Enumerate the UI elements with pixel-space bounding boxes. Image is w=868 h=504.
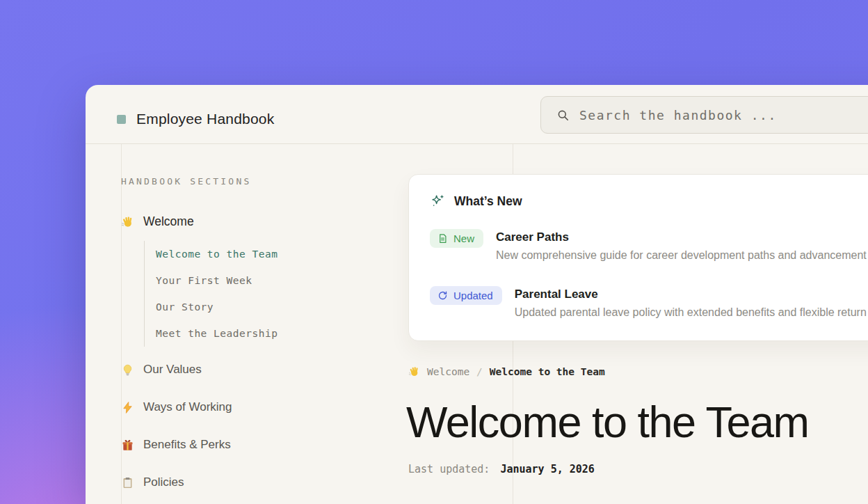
document-icon [437, 233, 448, 244]
breadcrumb-separator: / [476, 366, 483, 377]
whats-new-item-description: Updated parental leave policy with exten… [515, 306, 867, 319]
whats-new-title: What’s New [454, 194, 522, 209]
whats-new-item-career-paths[interactable]: New Career Paths New comprehensive guide… [430, 229, 867, 262]
sidebar-subitem-meet-the-leadership[interactable]: Meet the Leadership [156, 320, 278, 347]
app-title: Employee Handbook [136, 111, 274, 127]
wave-icon [121, 215, 134, 228]
sidebar-item-label: Our Values [143, 363, 202, 377]
logo-mark-icon [117, 115, 126, 124]
breadcrumb-current[interactable]: Welcome to the Team [490, 366, 605, 377]
whats-new-panel: What’s New New Career Paths New comprehe… [408, 174, 868, 341]
breadcrumb-section[interactable]: Welcome [427, 366, 469, 377]
badge-label: Updated [453, 290, 493, 301]
search-input[interactable] [579, 108, 868, 123]
sidebar-item-our-values[interactable]: Our Values [121, 363, 202, 377]
sidebar-item-label: Welcome [143, 214, 194, 229]
wave-icon [408, 365, 420, 377]
sidebar-item-benefits-perks[interactable]: Benefits & Perks [121, 438, 231, 452]
search-icon [556, 109, 570, 122]
sidebar-item-label: Policies [143, 475, 184, 489]
whats-new-item-title: Parental Leave [515, 286, 867, 303]
purple-backdrop: Employee Handbook HANDBOOK SECTIONS [0, 0, 868, 504]
sidebar-item-welcome[interactable]: Welcome [121, 214, 194, 229]
new-badge: New [430, 229, 483, 248]
sidebar-subitem-your-first-week[interactable]: Your First Week [156, 267, 278, 294]
updated-badge: Updated [430, 286, 502, 305]
sidebar-item-policies[interactable]: Policies [121, 475, 184, 489]
zap-icon [121, 401, 134, 414]
whats-new-item-title: Career Paths [496, 229, 867, 246]
app-header: Employee Handbook [86, 85, 868, 144]
app-brand: Employee Handbook [117, 108, 274, 130]
whats-new-item-parental-leave[interactable]: Updated Parental Leave Updated parental … [430, 286, 867, 319]
sidebar-subitem-our-story[interactable]: Our Story [156, 294, 278, 320]
sidebar-item-ways-of-working[interactable]: Ways of Working [121, 400, 232, 414]
gift-icon [121, 439, 134, 452]
sidebar-subitem-welcome-to-the-team[interactable]: Welcome to the Team [156, 241, 278, 267]
bulb-icon [121, 363, 134, 377]
search-box[interactable] [540, 96, 868, 134]
sidebar-item-label: Benefits & Perks [143, 438, 231, 452]
breadcrumb: Welcome / Welcome to the Team [408, 365, 605, 377]
badge-label: New [453, 233, 474, 244]
page-title: Welcome to the Team [406, 397, 808, 447]
last-updated-label: Last updated: [408, 463, 490, 475]
whats-new-header: What’s New [430, 194, 522, 209]
sidebar-subnav: Welcome to the Team Your First Week Our … [144, 241, 278, 347]
last-updated: Last updated: January 5, 2026 [408, 463, 595, 475]
refresh-icon [437, 290, 448, 301]
sidebar-item-label: Ways of Working [143, 400, 232, 414]
whats-new-item-description: New comprehensive guide for career devel… [496, 249, 867, 262]
handbook-window: Employee Handbook HANDBOOK SECTIONS [86, 85, 868, 504]
sparkles-icon [430, 194, 445, 209]
last-updated-value: January 5, 2026 [500, 463, 594, 475]
clipboard-icon [121, 476, 134, 489]
sidebar-section-label: HANDBOOK SECTIONS [121, 176, 251, 187]
